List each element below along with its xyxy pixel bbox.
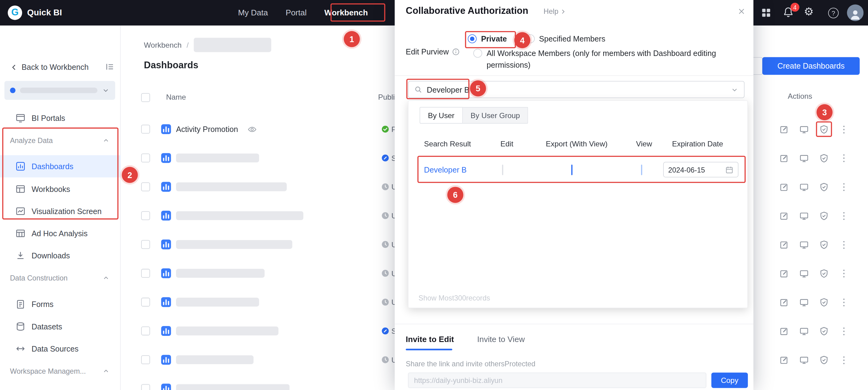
section-analyze-data[interactable]: Analyze Data [10, 132, 110, 148]
expiration-date-input[interactable]: 2024-06-15 [663, 162, 738, 177]
section-workspace-management[interactable]: Workspace Managem... [10, 363, 110, 379]
edit-action-icon[interactable] [779, 326, 789, 336]
present-action-icon[interactable] [800, 240, 809, 249]
select-all-checkbox[interactable] [141, 93, 150, 102]
table-row[interactable]: U [121, 230, 398, 259]
authorize-shield-icon[interactable] [819, 182, 829, 192]
authorize-shield-icon[interactable] [819, 211, 829, 221]
sidebar-item-forms[interactable]: Forms [0, 293, 121, 315]
gear-icon[interactable]: ⚙ [804, 6, 814, 17]
close-icon[interactable] [738, 7, 746, 16]
edit-action-icon[interactable] [779, 355, 789, 364]
row-checkbox[interactable] [141, 269, 150, 278]
sidebar-item-downloads[interactable]: Downloads [0, 245, 121, 267]
more-actions-icon[interactable]: ⋮ [839, 355, 849, 364]
copy-button[interactable]: Copy [711, 372, 748, 388]
sidebar-item-workbooks[interactable]: Workbooks [0, 178, 121, 200]
more-actions-icon[interactable]: ⋮ [839, 124, 849, 134]
present-action-icon[interactable] [800, 211, 809, 221]
authorize-shield-icon[interactable] [819, 298, 829, 307]
sidebar-item-ad-hoc-analysis[interactable]: Ad Hoc Analysis [0, 222, 121, 245]
help-link[interactable]: Help [544, 7, 566, 16]
create-dashboards-button[interactable]: Create Dashboards [762, 57, 860, 75]
nav-my-data[interactable]: My Data [238, 8, 268, 17]
more-actions-icon[interactable]: ⋮ [839, 240, 849, 249]
authorize-shield-icon[interactable] [819, 124, 829, 134]
present-action-icon[interactable] [800, 269, 809, 278]
more-actions-icon[interactable]: ⋮ [839, 298, 849, 307]
edit-action-icon[interactable] [779, 124, 789, 134]
table-row[interactable]: U [121, 201, 398, 230]
workspace-selector[interactable] [4, 81, 115, 100]
authorize-shield-icon[interactable] [819, 153, 829, 163]
table-row[interactable]: U [121, 345, 398, 374]
row-checkbox[interactable] [141, 384, 150, 390]
row-checkbox[interactable] [141, 125, 150, 134]
authorize-shield-icon[interactable] [819, 326, 829, 336]
present-action-icon[interactable] [800, 298, 809, 307]
sidebar-item-data-sources[interactable]: Data Sources [0, 338, 121, 360]
help-icon[interactable]: ? [828, 8, 838, 18]
dashboard-name[interactable]: Activity Promotion [176, 125, 238, 134]
row-checkbox[interactable] [141, 327, 150, 336]
section-data-construction[interactable]: Data Construction [10, 270, 110, 286]
authorize-shield-icon[interactable] [819, 355, 829, 364]
chevron-down-icon[interactable] [731, 85, 738, 93]
present-action-icon[interactable] [800, 153, 809, 163]
present-action-icon[interactable] [800, 182, 809, 192]
member-name-link[interactable]: Developer B [424, 165, 467, 174]
row-checkbox[interactable] [141, 154, 150, 162]
authorize-shield-icon[interactable] [819, 269, 829, 278]
radio-all-workspace-members[interactable] [473, 49, 482, 58]
table-row[interactable]: S [121, 316, 398, 345]
edit-action-icon[interactable] [779, 153, 789, 163]
table-row[interactable]: Activity Promotion P [121, 115, 398, 144]
nav-portal[interactable]: Portal [286, 8, 307, 17]
edit-action-icon[interactable] [779, 182, 789, 192]
edit-action-icon[interactable] [779, 240, 789, 249]
present-action-icon[interactable] [800, 326, 809, 336]
edit-permission-checkbox[interactable] [502, 165, 503, 175]
collapse-sidebar-icon[interactable] [105, 62, 115, 72]
row-checkbox[interactable] [141, 240, 150, 249]
more-actions-icon[interactable]: ⋮ [839, 326, 849, 336]
export-permission-checkbox[interactable] [571, 165, 572, 175]
share-link-input[interactable]: https://daily-yunbi-biz.aliyun [408, 372, 706, 388]
info-icon[interactable] [452, 47, 460, 56]
table-row[interactable]: U [121, 287, 398, 316]
radio-private[interactable] [468, 34, 477, 44]
tab-by-user-group[interactable]: By User Group [463, 107, 528, 123]
avatar[interactable] [847, 4, 864, 21]
calendar-icon[interactable] [725, 165, 734, 174]
sidebar-item-visualization-screen[interactable]: Visualization Screen [0, 200, 121, 222]
nav-workbench[interactable]: Workbench [324, 8, 368, 17]
more-actions-icon[interactable]: ⋮ [839, 182, 849, 192]
present-action-icon[interactable] [800, 355, 809, 364]
table-row[interactable] [121, 374, 398, 390]
sidebar-item-bi-portals[interactable]: BI Portals [0, 107, 121, 129]
row-checkbox[interactable] [141, 183, 150, 191]
row-checkbox[interactable] [141, 211, 150, 220]
breadcrumb-workbench[interactable]: Workbench [144, 40, 182, 49]
tab-invite-to-view[interactable]: Invite to View [477, 335, 525, 344]
edit-action-icon[interactable] [779, 269, 789, 278]
sidebar-item-workspace-members[interactable]: Workspace Members and Information [16, 388, 112, 390]
edit-action-icon[interactable] [779, 211, 789, 221]
row-checkbox[interactable] [141, 355, 150, 364]
back-to-workbench[interactable]: Back to Workbench [10, 59, 89, 75]
sidebar-item-dashboards[interactable]: Dashboards [0, 155, 121, 177]
edit-action-icon[interactable] [779, 298, 789, 307]
authorize-shield-icon[interactable] [819, 240, 829, 249]
member-search-select[interactable]: Developer B [408, 81, 745, 98]
sidebar-item-datasets[interactable]: Datasets [0, 315, 121, 338]
more-actions-icon[interactable]: ⋮ [839, 211, 849, 221]
more-actions-icon[interactable]: ⋮ [839, 269, 849, 278]
present-action-icon[interactable] [800, 124, 809, 134]
eye-icon[interactable] [248, 125, 257, 134]
table-row[interactable]: U [121, 259, 398, 288]
tab-by-user[interactable]: By User [420, 107, 463, 123]
more-actions-icon[interactable]: ⋮ [839, 153, 849, 163]
row-checkbox[interactable] [141, 298, 150, 307]
apps-grid-icon[interactable] [761, 7, 772, 18]
table-row[interactable]: U [121, 172, 398, 201]
